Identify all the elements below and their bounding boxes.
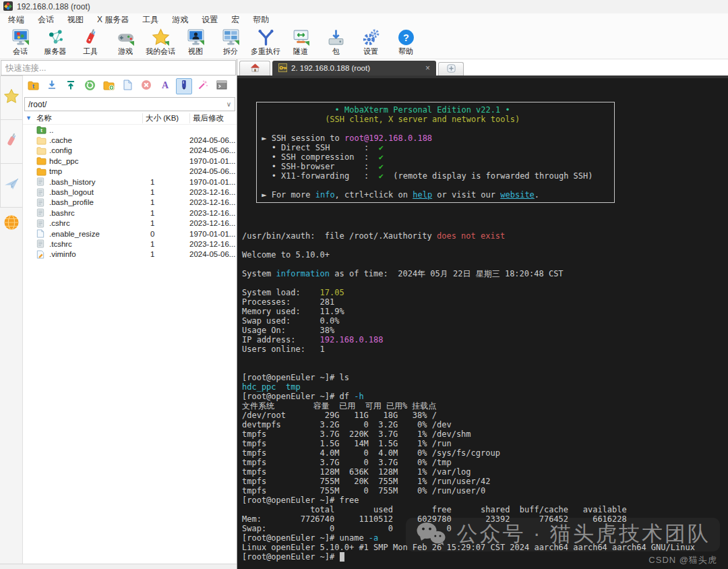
path-dropdown[interactable]: /root/ ∨ [24,97,235,111]
my-sessions-button[interactable]: 我的会话 [143,26,178,58]
file-row[interactable]: .cshrc12023-12-16... [36,218,237,229]
title-bar[interactable]: 192.168.0.188 (root) [0,0,728,13]
side-tab-tools[interactable] [0,119,23,164]
column-size[interactable]: 大小 (KB) [142,113,189,123]
pen-button[interactable] [176,78,192,94]
folder-hidden-icon [36,146,49,155]
file-row[interactable]: .enable_resize01970-01-01... [36,229,237,239]
file-modified: 2024-05-06... [189,146,237,154]
servers-button[interactable]: 服务器 [38,26,73,58]
file-row[interactable]: .viminfo12024-05-06... [36,249,237,260]
terminal-link[interactable]: website [500,190,535,200]
new-folder-button[interactable] [100,78,117,94]
plane-icon [3,176,20,195]
tunnel-button[interactable]: 隧道 [283,26,318,58]
mobaxterm-window: 192.168.0.188 (root) 终端会话视图X 服务器工具游戏设置宏帮… [0,0,728,569]
refresh-button[interactable] [82,78,98,94]
tab-close-icon[interactable]: × [413,63,430,73]
side-tab-macros[interactable] [0,163,23,208]
file-name: .config [49,146,142,154]
help-button[interactable]: ?帮助 [388,26,423,58]
terminal-button[interactable] [214,78,230,94]
session-button[interactable]: 会话 [3,26,38,58]
file-row[interactable]: .cache2024-05-06... [36,135,237,145]
toolbar-label: 我的会话 [146,47,175,57]
home-folder-icon: t [28,80,39,93]
side-tab-sftp[interactable] [0,207,23,241]
delete-button[interactable] [138,78,154,94]
download-button[interactable] [44,78,60,94]
menu-item[interactable]: 宏 [224,13,246,27]
column-modified[interactable]: 最后修改 [189,113,237,123]
terminal-output: /usr/bin/xauth: file /root/.Xauthority d… [242,222,728,562]
file-row[interactable]: .bash_logout12023-12-16... [36,187,237,197]
tab-home[interactable] [239,61,270,76]
new-tab-button[interactable] [438,62,464,76]
file-size: 1 [142,219,189,227]
settings-button[interactable]: 设置 [353,26,388,58]
tab-bar: 2. 192.168.0.188 (root) × [237,59,728,78]
games-button[interactable]: 游戏 [108,26,143,58]
tools-button[interactable]: 工具 [73,26,108,58]
menu-item[interactable]: 游戏 [165,13,195,27]
rename-button[interactable]: A [157,78,173,94]
file-modified: 1970-01-01... [189,157,237,165]
my-sessions-icon [152,28,170,47]
file-row[interactable]: hdc_ppc1970-01-01... [36,156,237,166]
tab-active-session[interactable]: 2. 192.168.0.188 (root) × [272,61,436,76]
quick-connect-input[interactable] [1,60,236,76]
file-name: .bashrc [49,209,142,217]
file-name: .tcshrc [49,240,142,248]
tools-icon [82,28,100,47]
file-modified: 2024-05-06... [189,250,237,258]
upload-button[interactable] [63,78,79,94]
menu-item[interactable]: 终端 [1,13,31,27]
menu-item[interactable]: 会话 [31,13,61,27]
tunnel-icon [292,28,310,47]
terminal[interactable]: • MobaXterm Personal Edition v22.1 • (SS… [237,78,728,569]
home-folder-button[interactable]: t [25,78,41,94]
menu-item[interactable]: 设置 [195,13,224,27]
multiexec-button[interactable]: 多重执行 [248,26,283,58]
menu-item[interactable]: 帮助 [246,13,276,27]
folder-icon [36,167,49,176]
menu-item[interactable]: X 服务器 [90,13,135,27]
toolbar-label: 隧道 [293,47,308,57]
new-file-icon [123,80,132,93]
toolbar-label: 设置 [363,47,378,57]
file-row[interactable]: .bashrc12023-12-16... [36,208,237,218]
file-size: 0 [142,230,189,238]
svg-text:t: t [32,83,34,90]
side-tab-sessions[interactable] [0,76,23,120]
plus-icon [447,63,456,76]
knife-icon [3,132,20,151]
file-size: 1 [142,198,189,206]
folder-hidden-icon [36,136,49,145]
file-modified: 2024-05-06... [189,136,237,144]
packages-button[interactable]: 包 [318,26,353,58]
download-icon [47,80,57,93]
file-row[interactable]: .config2024-05-06... [36,146,237,156]
servers-icon [47,28,65,47]
file-row[interactable]: tmp2024-05-06... [36,167,237,177]
file-modified: 2023-12-16... [189,188,237,196]
file-row[interactable]: .bash_history11970-01-01... [36,177,237,187]
menu-item[interactable]: 视图 [61,13,90,27]
multiexec-icon [257,28,275,47]
split-button[interactable]: 拆分 [213,26,248,58]
menu-item[interactable]: 工具 [135,13,165,27]
view-button[interactable]: 视图 [178,26,213,58]
toolbar-label: 工具 [83,47,98,57]
file-modified: 2023-12-16... [189,240,237,248]
new-folder-icon [103,80,115,93]
new-file-button[interactable] [119,78,135,94]
toolbar-label: 游戏 [118,47,133,57]
terminal-link[interactable]: help [413,190,432,200]
file-row[interactable]: .bash_profile12023-12-16... [36,198,237,208]
wand-button[interactable] [195,78,211,94]
file-row[interactable]: t.. [36,125,237,135]
file-row[interactable]: .tcshrc12023-12-16... [36,239,237,249]
window-title: 192.168.0.188 (root) [17,2,90,11]
key-icon [278,63,287,73]
column-name[interactable]: 名称 [36,113,142,123]
